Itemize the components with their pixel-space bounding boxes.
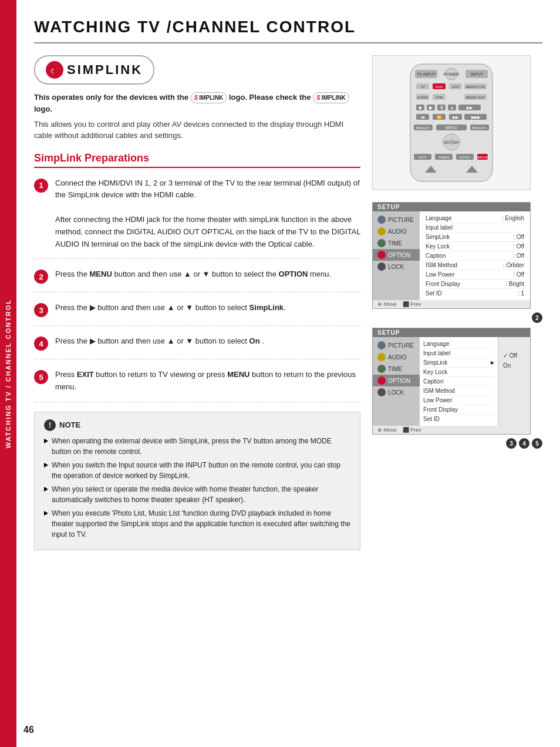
simplink-logo-area: SIMPLINK: [34, 55, 360, 85]
osd2-menu-audio: AUDIO: [373, 351, 420, 363]
svg-text:⏸: ⏸: [439, 105, 444, 110]
svg-text:■: ■: [419, 105, 422, 110]
note-arrow-4: [44, 511, 48, 516]
osd2-menu-lock: LOCK: [373, 386, 420, 398]
svg-text:EXIT: EXIT: [419, 156, 427, 159]
step-3-simplink-bold: SimpLink: [249, 303, 284, 312]
simplink-s-icon: [46, 61, 63, 79]
osd2-badge-row: 3 4 5: [372, 438, 542, 449]
intro-normal-text: This allows you to control and play othe…: [34, 119, 360, 142]
note-title: ! NOTE: [44, 419, 350, 431]
step-5-content: Press EXIT button to return to TV viewin…: [55, 369, 360, 393]
sidebar-label: WATCHING TV / CHANNEL CONTROL: [5, 299, 12, 448]
svg-text:TV: TV: [420, 85, 425, 89]
osd2-right-rows: Language Input label SimpLink ▶: [420, 337, 530, 426]
osd1-body: PICTURE AUDIO TIME: [373, 211, 530, 300]
svg-text:⏮: ⏮: [421, 115, 425, 119]
note-item-4: When you execute 'Photo List, Music List…: [44, 508, 350, 540]
osd1-row-caption: Caption : Off: [426, 251, 524, 261]
osd2-body: PICTURE AUDIO TIME: [373, 337, 530, 426]
osd2-sub-options: ✓ Off On: [498, 337, 530, 426]
osd2-row-setid: Set ID: [423, 415, 494, 423]
osd1-badge-2: 2: [532, 312, 542, 323]
osd2-section: SETUP PICTURE AUDIO: [372, 328, 542, 449]
svg-rect-0: [410, 64, 492, 181]
osd2-menu-option: OPTION: [373, 375, 420, 386]
step-4-number: 4: [34, 337, 48, 351]
osd2-badge-3: 3: [506, 438, 517, 449]
main-content: WATCHING TV /CHANNEL CONTROL SIMPLINK Th…: [16, 0, 560, 562]
osd1-section: SETUP PICTURE AUDIO: [372, 202, 542, 323]
osd2-sub-on: On: [501, 361, 528, 370]
step-1-number: 1: [34, 179, 48, 193]
note-arrow-1: [44, 439, 48, 443]
two-col-layout: SIMPLINK This operates only for the devi…: [34, 55, 542, 550]
section-heading: SimpLink Preparations: [34, 152, 360, 168]
simplink-logo-text: SIMPLINK: [67, 62, 143, 78]
note-box: ! NOTE When operating the external devic…: [34, 412, 360, 550]
osd2-prev: ⬛ Prev: [403, 427, 421, 433]
osd2-row-frontdisplay: Front Display: [423, 405, 494, 415]
osd1-prev: ⬛ Prev: [403, 301, 421, 307]
svg-text:▶▶: ▶▶: [453, 115, 459, 119]
osd1-menu-audio: AUDIO: [373, 226, 420, 237]
osd2-lock-icon: [377, 388, 386, 396]
svg-text:▶▶▶: ▶▶▶: [471, 115, 481, 119]
step-1-content: Connect the HDMI/DVI IN 1, 2 or 3 termin…: [55, 177, 360, 251]
svg-text:MENU: MENU: [446, 126, 458, 130]
osd2-picture-icon: [377, 341, 386, 349]
osd1-row-setid: Set ID : 1: [426, 289, 524, 298]
osd2-arrow-right: ▶: [491, 360, 494, 365]
step-2-content: Press the MENU button and then use ▲ or …: [55, 268, 331, 284]
osd1-badge-row: 2: [372, 312, 542, 323]
svg-text:TV INPUT: TV INPUT: [417, 72, 436, 76]
osd2-row-ism: ISM Method: [423, 386, 494, 396]
osd1-row-ism: ISM Method : Orbiter: [426, 261, 524, 270]
osd2-box: SETUP PICTURE AUDIO: [372, 328, 531, 435]
page-number: 46: [23, 725, 34, 735]
simplink-inline-logo2: SIMPLINK: [313, 92, 349, 103]
svg-text:VCR: VCR: [452, 85, 460, 89]
step-4-content: Press the ▶ button and then use ▲ or ▼ b…: [55, 335, 264, 351]
osd2-menu-picture: PICTURE: [373, 339, 420, 351]
osd2-rows-col: Language Input label SimpLink ▶: [420, 337, 498, 426]
step-4-on-bold: On: [249, 337, 260, 345]
svg-text:INPUT: INPUT: [471, 72, 484, 76]
osd1-audio-icon: [377, 227, 386, 235]
osd2-footer: ⊕ Move ⬛ Prev: [373, 426, 530, 434]
note-item-2: When you switch the Input source with th…: [44, 460, 350, 481]
osd1-menu-picture: PICTURE: [373, 214, 420, 226]
page-title: WATCHING TV /CHANNEL CONTROL: [34, 18, 542, 43]
simplink-inline-logo1: SIMPLINK: [191, 92, 227, 103]
svg-text:RATIO: RATIO: [460, 156, 470, 159]
osd2-row-input: Input label: [423, 349, 494, 358]
svg-text:BRIGHT+: BRIGHT+: [472, 126, 488, 130]
right-column: TV INPUT POWER INPUT TV DVD VCR MEDI: [372, 55, 542, 550]
osd2-left-menu: PICTURE AUDIO TIME: [373, 337, 420, 426]
svg-text:TIMER: TIMER: [438, 156, 450, 159]
osd1-right-rows: Language : English Input label SimpLink …: [420, 211, 530, 300]
left-column: SIMPLINK This operates only for the devi…: [34, 55, 360, 550]
osd1-row-input: Input label: [426, 223, 524, 233]
step-2: 2 Press the MENU button and then use ▲ o…: [34, 268, 360, 292]
intro-bold-text: This operates only for the devices with …: [34, 92, 360, 115]
step-3-content: Press the ▶ button and then use ▲ or ▼ b…: [55, 302, 286, 317]
note-item-1: When operating the external device with …: [44, 436, 350, 457]
osd2-row-keylock: Key Lock: [423, 368, 494, 377]
svg-text:⏩: ⏩: [437, 115, 442, 120]
svg-text:MEDIA OUT: MEDIA OUT: [465, 96, 485, 99]
osd1-footer: ⊕ Move ⬛ Prev: [373, 300, 530, 308]
osd2-menu-time: TIME: [373, 363, 420, 375]
svg-text:●: ●: [451, 106, 453, 110]
svg-text:SIMPLINK: SIMPLINK: [475, 156, 490, 159]
osd2-time-icon: [377, 365, 386, 373]
step-5-exit-bold: EXIT: [77, 370, 94, 379]
step-2-option-bold: OPTION: [279, 270, 308, 278]
step-3-number: 3: [34, 303, 48, 317]
osd1-row-language: Language : English: [426, 214, 524, 223]
osd2-badge-4: 4: [519, 438, 529, 449]
osd1-row-frontdisplay: Front Display : Bright: [426, 280, 524, 289]
svg-text:▶▶: ▶▶: [467, 106, 473, 110]
remote-image: TV INPUT POWER INPUT TV DVD VCR MEDI: [372, 55, 531, 190]
note-arrow-3: [44, 487, 48, 492]
